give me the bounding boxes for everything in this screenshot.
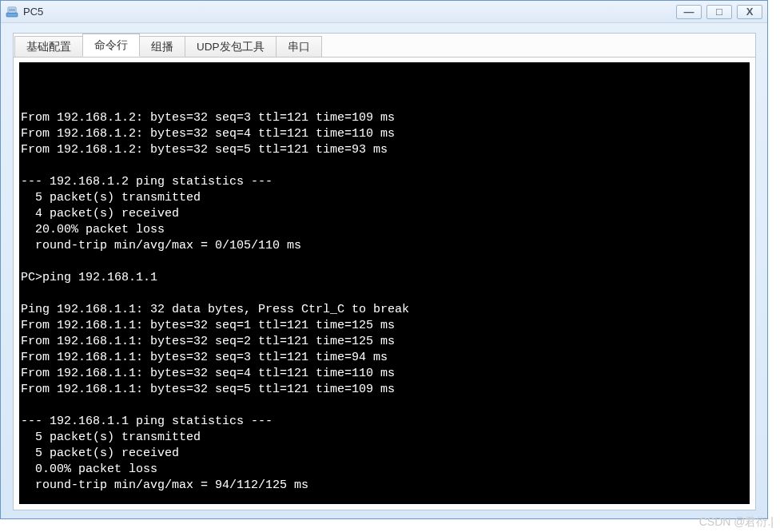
- window-controls: — □ X: [676, 5, 762, 19]
- tab-command-line[interactable]: 命令行: [82, 34, 140, 57]
- tab-basic-config[interactable]: 基础配置: [14, 36, 83, 57]
- terminal-line: From 192.168.1.2: bytes=32 seq=5 ttl=121…: [21, 142, 748, 158]
- terminal-line: round-trip min/avg/max = 94/112/125 ms: [21, 478, 748, 494]
- terminal-line: [21, 286, 748, 302]
- app-icon: [6, 6, 18, 18]
- terminal-line: PC>ping 192.168.1.1: [21, 270, 748, 286]
- maximize-button[interactable]: □: [706, 5, 732, 19]
- watermark: CSDN @君衍.|: [699, 515, 774, 530]
- terminal[interactable]: From 192.168.1.2: bytes=32 seq=3 ttl=121…: [19, 62, 750, 504]
- tab-serial[interactable]: 串口: [276, 36, 322, 57]
- svg-rect-0: [6, 13, 18, 17]
- svg-rect-2: [9, 8, 15, 11]
- terminal-line: From 192.168.1.2: bytes=32 seq=3 ttl=121…: [21, 110, 748, 126]
- tabs: 基础配置 命令行 组播 UDP发包工具 串口: [14, 34, 755, 58]
- terminal-line: From 192.168.1.2: bytes=32 seq=4 ttl=121…: [21, 126, 748, 142]
- window-title: PC5: [23, 6, 676, 18]
- terminal-line: 20.00% packet loss: [21, 222, 748, 238]
- app-window: PC5 — □ X 基础配置 命令行 组播 UDP发包工具 串口 From 19…: [0, 0, 768, 519]
- terminal-line: 5 packet(s) transmitted: [21, 190, 748, 206]
- terminal-line: --- 192.168.1.2 ping statistics ---: [21, 174, 748, 190]
- terminal-line: [21, 254, 748, 270]
- terminal-line: Ping 192.168.1.1: 32 data bytes, Press C…: [21, 302, 748, 318]
- terminal-line: round-trip min/avg/max = 0/105/110 ms: [21, 238, 748, 254]
- terminal-line: From 192.168.1.1: bytes=32 seq=4 ttl=121…: [21, 366, 748, 382]
- terminal-line: --- 192.168.1.1 ping statistics ---: [21, 414, 748, 430]
- client-area: 基础配置 命令行 组播 UDP发包工具 串口 From 192.168.1.2:…: [13, 33, 756, 510]
- tab-multicast[interactable]: 组播: [139, 36, 185, 57]
- terminal-line: 4 packet(s) received: [21, 206, 748, 222]
- titlebar: PC5 — □ X: [1, 1, 767, 23]
- terminal-line: From 192.168.1.1: bytes=32 seq=3 ttl=121…: [21, 350, 748, 366]
- terminal-line: From 192.168.1.1: bytes=32 seq=5 ttl=121…: [21, 382, 748, 398]
- terminal-line: [21, 398, 748, 414]
- minimize-button[interactable]: —: [676, 5, 702, 19]
- terminal-line: 5 packet(s) transmitted: [21, 430, 748, 446]
- terminal-line: [21, 494, 748, 504]
- close-button[interactable]: X: [737, 5, 762, 19]
- tab-udp-tool[interactable]: UDP发包工具: [185, 36, 277, 57]
- terminal-line: 5 packet(s) received: [21, 446, 748, 462]
- terminal-line: 0.00% packet loss: [21, 462, 748, 478]
- terminal-line: [21, 158, 748, 174]
- terminal-line: From 192.168.1.1: bytes=32 seq=2 ttl=121…: [21, 334, 748, 350]
- terminal-line: From 192.168.1.1: bytes=32 seq=1 ttl=121…: [21, 318, 748, 334]
